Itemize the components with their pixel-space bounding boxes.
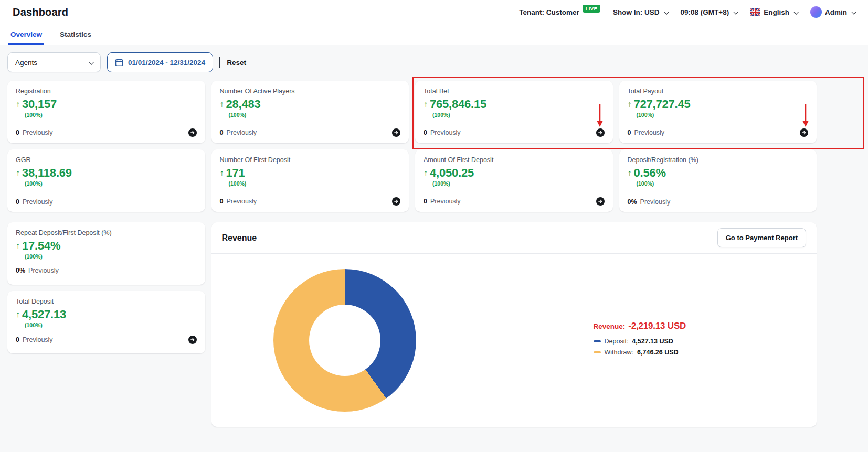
- show-in-dropdown[interactable]: Show In: USD: [613, 8, 668, 16]
- stat-title: Repeat Deposit/First Deposit (%): [16, 229, 197, 236]
- arrow-circle-icon[interactable]: [800, 128, 808, 137]
- legend-item-deposit: Deposit: 4,527.13 USD: [594, 338, 686, 345]
- trend-up-icon: ↑: [424, 100, 428, 109]
- language-dropdown[interactable]: English: [750, 8, 798, 16]
- stat-title: Total Deposit: [16, 298, 197, 305]
- previous-value: 0: [628, 129, 631, 136]
- stat-card-number-first-deposit: Number Of First Deposit ↑171 (100%) 0 Pr…: [211, 149, 409, 212]
- chevron-down-icon: [89, 59, 94, 64]
- stat-value: 38,118.69: [22, 167, 72, 179]
- revenue-total-label: Revenue:: [594, 322, 626, 330]
- uk-flag-icon: [750, 8, 760, 16]
- previous-value: 0: [16, 198, 19, 206]
- language-label: English: [764, 8, 789, 16]
- arrow-circle-icon[interactable]: [596, 197, 605, 206]
- stat-card-deposit-registration: Deposit/Registration (%) ↑0.56% (100%) 0…: [619, 149, 817, 212]
- stat-card-amount-first-deposit: Amount Of First Deposit ↑4,050.25 (100%)…: [415, 149, 613, 212]
- chevron-down-icon: [851, 9, 856, 14]
- withdraw-swatch: [594, 351, 601, 353]
- agents-select[interactable]: Agents: [7, 52, 101, 72]
- stat-percent: (100%): [25, 112, 197, 118]
- previous-label: Previously: [23, 198, 53, 206]
- stat-title: Number Of First Deposit: [220, 156, 401, 164]
- tenant-indicator: Tenant: Customer LIVE: [519, 8, 600, 16]
- previous-label: Previously: [23, 336, 53, 343]
- trend-up-icon: ↑: [424, 169, 428, 177]
- stat-title: GGR: [16, 156, 197, 164]
- timezone-dropdown[interactable]: 09:08 (GMT+8): [681, 8, 738, 16]
- stat-title: Deposit/Registration (%): [628, 156, 809, 164]
- stat-title: Total Payout: [628, 88, 809, 95]
- tab-statistics[interactable]: Statistics: [58, 24, 93, 45]
- time-label: 09:08 (GMT+8): [681, 8, 729, 16]
- stat-card-total-deposit: Total Deposit ↑4,527.13 (100%) 0 Previou…: [7, 291, 205, 353]
- revenue-total-value: -2,219.13 USD: [628, 321, 686, 331]
- user-name: Admin: [825, 8, 847, 16]
- live-badge: LIVE: [583, 5, 600, 13]
- dashboard-page: Dashboard Tenant: Customer LIVE Show In:…: [0, 0, 868, 452]
- arrow-circle-icon[interactable]: [392, 197, 400, 206]
- trend-up-icon: ↑: [16, 310, 20, 319]
- arrow-circle-icon[interactable]: [188, 336, 197, 344]
- chevron-down-icon: [793, 9, 799, 14]
- filter-divider: [219, 57, 220, 68]
- trend-up-icon: ↑: [16, 169, 20, 177]
- stat-percent: (100%): [229, 180, 401, 187]
- left-card-stack: Repeat Deposit/First Deposit (%) ↑17.54%…: [7, 222, 205, 353]
- trend-up-icon: ↑: [220, 100, 224, 109]
- trend-up-icon: ↑: [628, 169, 632, 177]
- revenue-body: Revenue: -2,219.13 USD Deposit: 4,527.13…: [211, 254, 817, 427]
- date-range-value: 01/01/2024 - 12/31/2024: [128, 59, 205, 67]
- legend-item-withdraw: Withdraw: 6,746.26 USD: [594, 349, 686, 356]
- user-menu[interactable]: Admin: [810, 6, 855, 18]
- previous-value: 0%: [16, 267, 25, 274]
- stat-value: 17.54%: [22, 240, 60, 252]
- previous-value: 0: [424, 198, 427, 205]
- legend-label: Deposit:: [605, 338, 629, 345]
- stat-percent: (100%): [25, 180, 197, 187]
- avatar: [810, 6, 822, 18]
- previous-value: 0: [220, 129, 224, 136]
- stat-percent: (100%): [25, 253, 197, 260]
- stat-value: 4,527.13: [22, 309, 66, 320]
- tabs-bar: Overview Statistics: [0, 24, 868, 45]
- previous-value: 0: [220, 198, 224, 205]
- arrow-circle-icon[interactable]: [392, 128, 400, 137]
- previous-value: 0%: [628, 198, 637, 206]
- donut-hole: [309, 305, 380, 376]
- previous-label: Previously: [430, 198, 461, 205]
- stat-title: Number Of Active Players: [220, 88, 401, 95]
- stat-title: Registration: [16, 88, 197, 95]
- previous-label: Previously: [226, 129, 257, 136]
- stat-value: 765,846.15: [430, 99, 486, 110]
- arrow-circle-icon[interactable]: [596, 128, 605, 137]
- page-title: Dashboard: [13, 6, 68, 18]
- previous-label: Previously: [23, 129, 53, 136]
- revenue-card: Revenue Go to Payment Report Revenue: -2…: [211, 222, 817, 427]
- reset-button[interactable]: Reset: [227, 59, 246, 67]
- chevron-down-icon: [733, 9, 738, 14]
- stat-card-active-players: Number Of Active Players ↑28,483 (100%) …: [211, 81, 409, 143]
- stat-value: 171: [226, 167, 245, 179]
- previous-label: Previously: [226, 198, 257, 205]
- stat-percent: (100%): [637, 112, 809, 118]
- tab-overview[interactable]: Overview: [8, 24, 44, 45]
- top-bar: Dashboard Tenant: Customer LIVE Show In:…: [0, 0, 868, 24]
- chevron-down-icon: [664, 9, 669, 14]
- legend-label: Withdraw:: [605, 349, 634, 356]
- stat-percent: (100%): [229, 112, 401, 118]
- deposit-swatch: [594, 340, 601, 342]
- legend-value: 4,527.13 USD: [632, 338, 673, 345]
- trend-up-icon: ↑: [220, 169, 224, 177]
- legend-value: 6,746.26 USD: [637, 349, 679, 356]
- arrow-circle-icon[interactable]: [188, 128, 197, 137]
- date-range-picker[interactable]: 01/01/2024 - 12/31/2024: [107, 52, 213, 72]
- stat-percent: (100%): [637, 180, 809, 187]
- revenue-donut: [273, 269, 416, 412]
- stat-value: 727,727.45: [634, 99, 691, 110]
- go-to-payment-report-button[interactable]: Go to Payment Report: [717, 228, 806, 247]
- stat-percent: (100%): [432, 112, 605, 118]
- stat-title: Total Bet: [424, 88, 605, 95]
- previous-value: 0: [424, 129, 427, 136]
- previous-label: Previously: [640, 198, 671, 206]
